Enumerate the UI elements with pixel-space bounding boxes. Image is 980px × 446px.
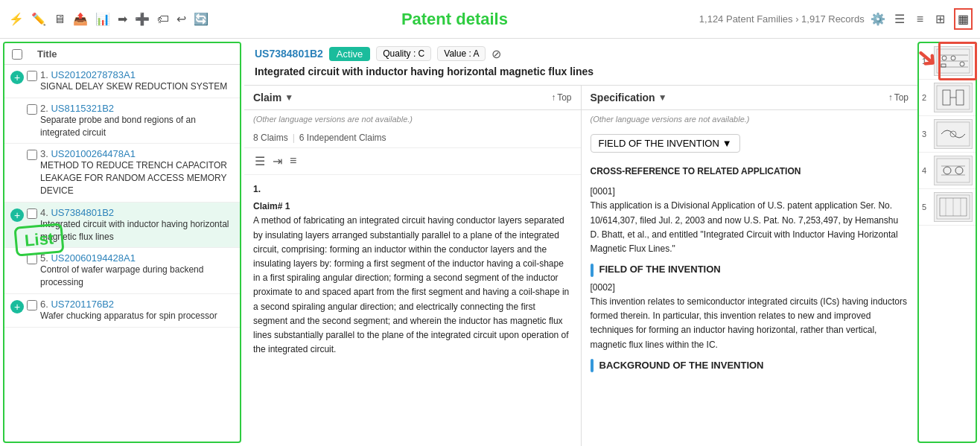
- patent-link[interactable]: US7384801B2: [51, 207, 114, 218]
- spec-content: CROSS-REFERENCE TO RELATED APPLICATION […: [582, 159, 918, 383]
- independent-count: 6 Independent Claims: [299, 133, 386, 143]
- share-icon[interactable]: ↩: [175, 10, 188, 28]
- list-item[interactable]: + 2. US8115321B2 Separate probe and bond…: [4, 98, 240, 144]
- list-view-icon[interactable]: ☰: [891, 9, 908, 29]
- patent-link[interactable]: US7201176B2: [51, 299, 114, 310]
- thumbnail-item[interactable]: 4: [919, 153, 976, 189]
- thumb-num: 3: [922, 130, 931, 138]
- thumb-num: 2: [922, 93, 931, 102]
- item-title: METHOD TO REDUCE TRENCH CAPACITOR LEAKAG…: [40, 159, 232, 197]
- thumb-image: [934, 192, 973, 222]
- spec-dropdown-icon[interactable]: ▼: [658, 92, 667, 103]
- item-checkbox[interactable]: [27, 150, 37, 160]
- list-item[interactable]: + 6. US7201176B2 Wafer chucking apparatu…: [4, 294, 240, 328]
- settings-icon[interactable]: ⚙️: [871, 12, 885, 26]
- spec-top-button[interactable]: ↑ Top: [888, 92, 909, 103]
- item-number: 1.: [40, 69, 51, 80]
- add-item-button[interactable]: +: [10, 208, 24, 222]
- list-item[interactable]: + 3. US20100264478A1 METHOD TO REDUCE TR…: [4, 144, 240, 202]
- value-badge: Value : A: [437, 46, 486, 61]
- patent-link[interactable]: US20120278783A1: [51, 69, 136, 80]
- window-icon[interactable]: 🖥: [52, 11, 67, 28]
- toolbar-icons: ⚡ ✏️ 🖥 📤 📊 ➡ ➕ 🏷 ↩ 🔄: [7, 10, 210, 28]
- refresh-icon[interactable]: 🔄: [192, 10, 210, 28]
- item-checkbox[interactable]: [27, 300, 37, 310]
- detail-title: Integrated circuit with inductor having …: [255, 66, 907, 77]
- cross-ref-title: CROSS-REFERENCE TO RELATED APPLICATION: [591, 165, 909, 179]
- detail-header: US7384801B2 Active Quality : C Value : A…: [244, 39, 917, 86]
- claim-dropdown-icon[interactable]: ▼: [284, 92, 293, 103]
- page-title: Patent details: [216, 10, 693, 29]
- item-checkbox[interactable]: [27, 208, 37, 219]
- field-section-title: FIELD OF THE INVENTION: [591, 262, 909, 278]
- detail-badges: US7384801B2 Active Quality : C Value : A…: [255, 46, 907, 61]
- thumbnail-item[interactable]: 5: [919, 189, 976, 226]
- list-item[interactable]: + 4. US7384801B2 Integrated circuit with…: [4, 203, 240, 249]
- thumbnails-panel: 1 2: [917, 42, 977, 443]
- spec-panel: Specification ▼ ↑ Top (Other language ve…: [582, 86, 918, 446]
- claim-top-button[interactable]: ↑ Top: [551, 92, 571, 103]
- flat-view-btn[interactable]: ≡: [288, 153, 298, 170]
- field-dropdown[interactable]: FIELD OF THE INVENTION ▼: [591, 134, 740, 153]
- item-number: 4.: [40, 207, 51, 218]
- thumbnail-item[interactable]: 3: [919, 116, 976, 153]
- claim-panel-header: Claim ▼ ↑ Top: [244, 86, 581, 110]
- edit-icon[interactable]: ✏️: [30, 10, 48, 28]
- copy-icon[interactable]: ⊘: [491, 47, 501, 61]
- item-number: 6.: [40, 299, 51, 310]
- patent-link[interactable]: US8115321B2: [51, 103, 114, 114]
- compact-view-icon[interactable]: ≡: [914, 10, 926, 29]
- claim-panel-title: Claim: [253, 92, 281, 103]
- field-dropdown-label: FIELD OF THE INVENTION: [599, 138, 719, 149]
- export-icon[interactable]: 📤: [71, 10, 89, 28]
- item-checkbox[interactable]: [27, 254, 37, 264]
- list-title: Title: [22, 48, 232, 60]
- list-item[interactable]: + 5. US20060194428A1 Control of wafer wa…: [4, 248, 240, 294]
- claim-view-icons: ☰ ⇥ ≡: [244, 148, 581, 175]
- tag-icon[interactable]: 🏷: [156, 11, 171, 28]
- toolbar-right: 1,124 Patent Families › 1,917 Records ⚙️…: [699, 8, 973, 30]
- thumb-image: [934, 46, 973, 76]
- patent-link[interactable]: US20060194428A1: [51, 252, 136, 264]
- arrow-icon[interactable]: ➡: [116, 10, 129, 28]
- list-view-btn[interactable]: ☰: [253, 153, 267, 170]
- spec-lang-note: (Other language versions are not availab…: [582, 110, 918, 128]
- item-checkbox[interactable]: [27, 71, 37, 81]
- item-title: Separate probe and bond regions of an in…: [40, 114, 232, 139]
- add-icon[interactable]: ➕: [133, 10, 151, 28]
- add-item-button[interactable]: +: [10, 71, 24, 84]
- filter-icon[interactable]: ⚡: [7, 10, 25, 28]
- indent-view-btn[interactable]: ⇥: [271, 153, 284, 170]
- thumbnail-item[interactable]: 2: [919, 80, 976, 116]
- claim1-content: A method of fabricating an integrated ci…: [253, 215, 569, 354]
- claim-lang-note: (Other language versions are not availab…: [244, 110, 581, 128]
- grid-view-icon[interactable]: ▦: [954, 8, 973, 30]
- claims-count: 8 Claims: [253, 133, 288, 143]
- chart-icon[interactable]: 📊: [94, 10, 112, 28]
- background-section-title: BACKGROUND OF THE INVENTION: [591, 358, 909, 374]
- item-checkbox[interactable]: [27, 104, 37, 115]
- claims-summary: 8 Claims | 6 Independent Claims: [244, 128, 581, 148]
- claim-text: 1. Claim# 1 A method of fabricating an i…: [244, 175, 581, 364]
- thumbnail-item[interactable]: 1: [919, 43, 976, 80]
- claim-panel: Claim ▼ ↑ Top (Other language versions a…: [244, 86, 582, 446]
- item-number: 2.: [40, 103, 51, 114]
- content-split: Claim ▼ ↑ Top (Other language versions a…: [244, 86, 917, 446]
- list-item[interactable]: + 1. US20120278783A1 SIGNAL DELAY SKEW R…: [4, 65, 240, 98]
- toolbar: ⚡ ✏️ 🖥 📤 📊 ➡ ➕ 🏷 ↩ 🔄 Patent details 1,12…: [0, 0, 980, 39]
- thumb-image: [934, 156, 973, 185]
- thumb-num: 5: [922, 203, 931, 211]
- thumb-image: [934, 119, 973, 149]
- svg-rect-14: [937, 159, 970, 182]
- thumb-image: [934, 83, 973, 112]
- detail-panel: US7384801B2 Active Quality : C Value : A…: [244, 39, 917, 446]
- field-dropdown-chevron: ▼: [722, 138, 732, 149]
- tile-view-icon[interactable]: ⊞: [932, 9, 948, 29]
- quality-badge: Quality : C: [376, 46, 431, 61]
- select-all-checkbox[interactable]: [12, 49, 22, 60]
- patent-link[interactable]: US20100264478A1: [51, 148, 136, 159]
- item-number: 3.: [40, 148, 51, 159]
- add-item-button[interactable]: +: [10, 300, 24, 313]
- thumb-num: 1: [922, 57, 931, 66]
- patent-id-link[interactable]: US7384801B2: [255, 48, 323, 60]
